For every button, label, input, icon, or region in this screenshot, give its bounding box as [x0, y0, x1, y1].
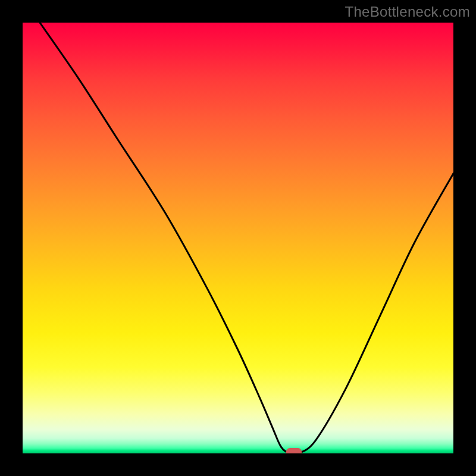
chart-frame: TheBottleneck.com	[0, 0, 476, 476]
watermark-text: TheBottleneck.com	[345, 4, 470, 20]
optimum-marker	[286, 448, 302, 453]
plot-area	[23, 23, 453, 453]
bottleneck-curve	[23, 23, 453, 453]
